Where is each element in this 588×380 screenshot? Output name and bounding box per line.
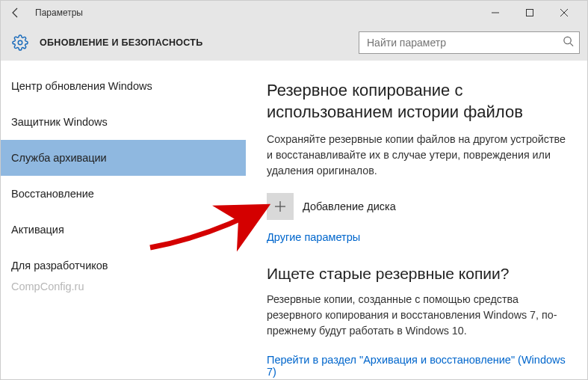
section-heading: Резервное копирование с использованием и… — [267, 80, 572, 123]
more-options-link[interactable]: Другие параметры — [267, 231, 360, 243]
legacy-backup-link[interactable]: Перейти в раздел "Архивация и восстановл… — [267, 354, 572, 378]
section-description: Сохраняйте резервные копии файлов на дру… — [267, 132, 572, 178]
arrow-left-icon — [10, 7, 22, 19]
sidebar-item-recovery[interactable]: Восстановление — [1, 176, 246, 212]
sidebar-item-label: Для разработчиков — [11, 260, 108, 272]
sidebar-item-defender[interactable]: Защитник Windows — [1, 104, 246, 140]
sidebar: Центр обновления Windows Защитник Window… — [1, 61, 246, 380]
plus-icon — [274, 200, 286, 212]
sidebar-item-label: Восстановление — [11, 188, 94, 200]
sidebar-item-windows-update[interactable]: Центр обновления Windows — [1, 68, 246, 104]
add-drive-label: Добавление диска — [303, 200, 396, 212]
maximize-icon — [526, 9, 533, 16]
add-drive-row: Добавление диска — [267, 193, 572, 220]
content: Резервное копирование с использованием и… — [246, 61, 587, 380]
window-title: Параметры — [35, 7, 478, 18]
minimize-button[interactable] — [478, 1, 513, 25]
sidebar-item-label: Активация — [11, 224, 64, 236]
settings-icon — [11, 34, 29, 52]
section-description-2: Резервные копии, созданные с помощью сре… — [267, 292, 572, 338]
body: Центр обновления Windows Защитник Window… — [1, 61, 587, 380]
svg-rect-1 — [527, 10, 533, 16]
titlebar: Параметры — [1, 1, 587, 25]
search-wrap — [359, 31, 580, 54]
window-controls — [478, 1, 581, 25]
svg-point-4 — [18, 40, 22, 45]
minimize-icon — [492, 9, 499, 16]
header: ОБНОВЛЕНИЕ И БЕЗОПАСНОСТЬ — [1, 25, 587, 61]
sidebar-item-label: Центр обновления Windows — [11, 80, 152, 92]
sidebar-item-label: Защитник Windows — [11, 116, 108, 128]
maximize-button[interactable] — [513, 1, 547, 25]
section-heading-2: Ищете старые резервные копии? — [267, 265, 572, 283]
sidebar-item-activation[interactable]: Активация — [1, 212, 246, 248]
add-drive-button[interactable] — [267, 193, 294, 220]
close-button[interactable] — [547, 1, 581, 25]
close-icon — [560, 9, 568, 16]
sidebar-item-label: Служба архивации — [11, 152, 107, 164]
header-title: ОБНОВЛЕНИЕ И БЕЗОПАСНОСТЬ — [40, 37, 359, 48]
back-button[interactable] — [7, 4, 25, 22]
watermark: CompConfig.ru — [11, 281, 84, 292]
search-input[interactable] — [359, 31, 580, 54]
sidebar-item-backup[interactable]: Служба архивации — [1, 140, 246, 176]
sidebar-item-developers[interactable]: Для разработчиков — [1, 248, 246, 284]
